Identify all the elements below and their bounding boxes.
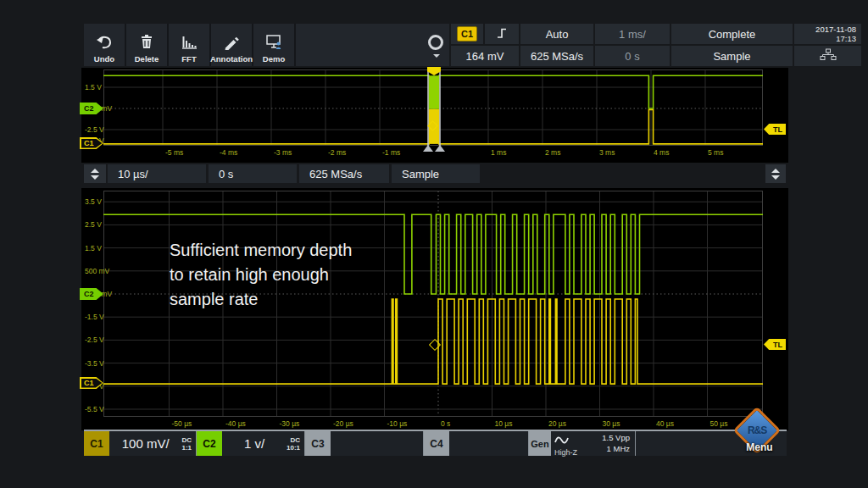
x-tick-label: 20 µs [548, 419, 566, 428]
channel1-coupling: DC [181, 436, 192, 444]
undo-button[interactable]: Undo [84, 24, 126, 66]
fft-icon [180, 33, 198, 54]
y-tick-label: -2.5 V [85, 336, 104, 344]
network-cell[interactable] [794, 46, 861, 66]
x-tick-label: 2 ms [545, 148, 560, 157]
x-tick-label: 1 ms [491, 148, 506, 157]
trace-c2-overview-burst [429, 75, 439, 108]
y-tick-label: -2.5 V [85, 125, 104, 134]
channel2-scale: 1 v/ [222, 431, 287, 456]
x-tick-label: -2 ms [328, 148, 346, 157]
x-tick-label: -20 µs [333, 419, 353, 428]
date-text: 2017-11-08 [815, 25, 856, 34]
annotation-line: Sufficient memory depth [170, 238, 352, 263]
y-tick-label: 1.5 V [85, 83, 102, 92]
stepper-up-icon [91, 169, 99, 173]
annotation-label: Annotation [210, 54, 253, 64]
channel2-probe: 10:1 [287, 444, 300, 452]
x-tick-label: 50 µs [710, 419, 728, 428]
zoom-scale-stepper-left[interactable] [84, 164, 106, 183]
annotation-line: to retain high enough [170, 263, 352, 287]
x-tick-label: -40 µs [225, 419, 246, 428]
trash-icon [137, 33, 156, 54]
generator-section[interactable]: Gen High-Z 1.5 Vpp 1 MHz [529, 431, 636, 456]
zoom-scale-stepper-right[interactable] [765, 164, 786, 183]
y-tick-label: 2.5 V [85, 220, 102, 229]
zoom-sample-rate-cell[interactable]: 625 MSa/s [299, 164, 389, 183]
x-tick-label: -30 µs [280, 419, 300, 428]
y-tick-label: 1.5 V [85, 244, 102, 252]
acquisition-mode-cell[interactable]: Sample [671, 46, 793, 66]
x-tick-label: 3 ms [599, 148, 615, 157]
pencil-icon [222, 33, 241, 54]
datetime-cell[interactable]: 2017-11-08 17:13 [794, 24, 861, 44]
zoom-window-right-handle[interactable] [439, 69, 441, 150]
channel1-scale: 100 mV/ [109, 431, 181, 456]
acquisition-state-cell[interactable]: Complete [671, 24, 793, 44]
trigger-level-cell[interactable]: 164 mV [451, 46, 519, 66]
trigger-source-cell[interactable]: C1 [451, 24, 483, 44]
network-icon [820, 48, 837, 64]
status-bar: C1 164 mV Auto 625 MSa/s 1 ms/ 0 s Compl… [451, 24, 861, 66]
delete-button[interactable]: Delete [126, 24, 169, 66]
horizontal-position-cell[interactable]: 0 s [595, 46, 670, 66]
generator-amplitude: 1.5 Vpp [602, 433, 630, 443]
fft-label: FFT [181, 54, 196, 64]
zoom-position-cell[interactable]: 0 s [209, 164, 297, 183]
channel2-badge-main[interactable]: C2 [80, 288, 103, 300]
undo-icon [95, 33, 114, 54]
trigger-slope-cell[interactable] [485, 24, 519, 44]
timebase-cell[interactable]: 1 ms/ [595, 24, 670, 44]
channel1-badge-main[interactable]: C1 [80, 377, 103, 389]
x-tick-label: -5 ms [165, 148, 183, 157]
y-tick-label: -3.5 V [85, 359, 104, 368]
stepper-up-icon [771, 169, 780, 173]
channel1-probe: 1:1 [181, 444, 192, 452]
channel3-badge-bar[interactable]: C3 [305, 431, 331, 456]
x-tick-label: 4 ms [654, 148, 669, 157]
x-tick-label: -1 ms [382, 148, 400, 157]
demo-button[interactable]: Demo [253, 24, 296, 66]
zoom-window-left-handle[interactable] [427, 69, 429, 150]
chevron-down-icon [433, 54, 440, 58]
toolbar: Undo Delete FFT Annotation Demo [84, 24, 449, 66]
sample-rate-cell[interactable]: 625 MSa/s [520, 46, 593, 66]
channel1-badge-bar[interactable]: C1 [84, 431, 109, 456]
zoom-scale-cell[interactable]: 10 µs/ [108, 164, 206, 183]
trigger-mode-cell[interactable]: Auto [520, 24, 593, 44]
rising-edge-icon [495, 26, 509, 42]
channel3-section[interactable]: C3 [305, 431, 424, 456]
annotation-button[interactable]: Annotation [211, 24, 253, 66]
sine-wave-icon [554, 433, 577, 448]
fft-button[interactable]: FFT [169, 24, 211, 66]
y-tick-label: 500 mV [85, 267, 110, 275]
x-tick-label: 5 ms [708, 148, 723, 157]
channel4-badge-bar[interactable]: C4 [424, 431, 449, 456]
stepper-down-icon [91, 175, 99, 180]
trigger-source-badge: C1 [457, 26, 477, 42]
screenshot-knob-icon[interactable] [428, 35, 443, 50]
channel-bar: C1 100 mV/ DC 1:1 C2 1 v/ DC 10:1 C3 C4 … [84, 430, 787, 456]
channel2-badge-overview[interactable]: C2 [80, 103, 103, 114]
channel2-section[interactable]: C2 1 v/ DC 10:1 [197, 431, 305, 456]
menu-button[interactable]: Menu [740, 441, 779, 453]
zoom-mode-cell[interactable]: Sample [392, 164, 480, 183]
delete-label: Delete [135, 54, 159, 64]
undo-label: Undo [94, 54, 114, 64]
generator-badge-bar[interactable]: Gen [529, 431, 551, 456]
channel2-badge-bar[interactable]: C2 [197, 431, 222, 456]
demo-icon [264, 33, 283, 54]
x-tick-label: 0 s [441, 419, 450, 428]
demo-label: Demo [263, 54, 285, 64]
channel4-section[interactable]: C4 [424, 431, 529, 456]
x-tick-label: -3 ms [274, 148, 292, 157]
annotation-line: sample rate [170, 287, 352, 312]
stepper-down-icon [771, 175, 780, 180]
generator-impedance: High-Z [554, 448, 577, 457]
annotation-text[interactable]: Sufficient memory depth to retain high e… [170, 238, 352, 312]
overview-waveform[interactable]: -5 ms-4 ms-3 ms-2 ms-1 ms1 ms2 ms3 ms4 m… [81, 69, 765, 158]
x-tick-label: 10 µs [495, 419, 513, 428]
channel1-badge-overview[interactable]: C1 [80, 137, 103, 149]
channel1-section[interactable]: C1 100 mV/ DC 1:1 [84, 431, 197, 456]
y-tick-label: -5.5 V [85, 405, 104, 413]
